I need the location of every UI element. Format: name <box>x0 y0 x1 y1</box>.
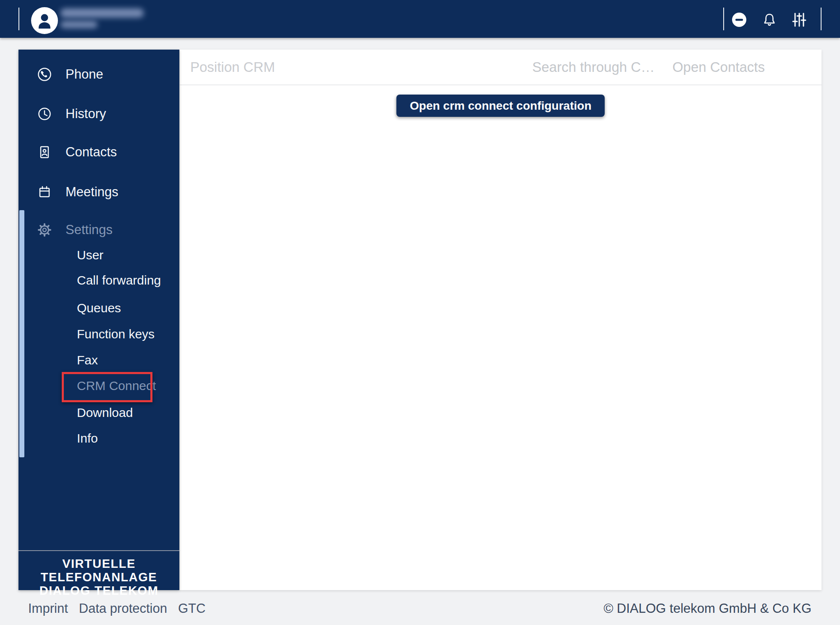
footer-link-gtc[interactable]: GTC <box>178 601 205 616</box>
sidebar-item-label: Meetings <box>66 185 118 200</box>
do-not-disturb-button[interactable] <box>729 10 749 30</box>
sidebar-brand-divider <box>18 550 179 551</box>
header-divider-icons-left <box>723 8 724 30</box>
sidebar-item-contacts[interactable]: Contacts <box>18 132 179 172</box>
sidebar-subitem-download[interactable]: Download <box>77 400 133 426</box>
header-divider-left <box>18 8 19 30</box>
copyright-text: © DIALOG telekom GmbH & Co KG <box>604 601 811 616</box>
search-contacts-label[interactable]: Search through C… <box>532 59 655 75</box>
history-clock-icon <box>35 105 54 123</box>
page-footer: Imprint Data protection GTC © DIALOG tel… <box>28 599 811 618</box>
sidebar-subitem-function-keys[interactable]: Function keys <box>77 321 155 347</box>
sidebar-item-meetings[interactable]: Meetings <box>18 172 179 212</box>
content-toolbar: Position CRM Search through C… Open Cont… <box>180 50 822 85</box>
open-contacts-label[interactable]: Open Contacts <box>672 59 765 75</box>
sidebar-subitem-fax[interactable]: Fax <box>77 347 98 373</box>
notification-bell-icon <box>760 11 779 29</box>
open-crm-configuration-button[interactable]: Open crm connect configuration <box>396 95 605 117</box>
footer-link-data-protection[interactable]: Data protection <box>79 601 167 616</box>
sidebar-subitem-crm-connect[interactable]: CRM Connect <box>77 373 156 399</box>
sidebar-scrollbar-thumb[interactable] <box>19 210 24 457</box>
sidebar-item-label: History <box>66 106 106 121</box>
footer-link-imprint[interactable]: Imprint <box>28 601 68 616</box>
user-name-blurred <box>60 8 144 18</box>
audio-settings-button[interactable] <box>789 10 809 30</box>
sidebar-navigation: Phone History Contacts <box>18 50 179 590</box>
sidebar-subitem-queues[interactable]: Queues <box>77 295 121 321</box>
top-header-bar <box>0 0 840 38</box>
sidebar-subitem-call-forwarding[interactable]: Call forwarding <box>77 267 161 293</box>
sidebar-item-history[interactable]: History <box>18 94 179 134</box>
app-window: Phone History Contacts <box>0 0 840 625</box>
main-content-panel: Position CRM Search through C… Open Cont… <box>180 50 822 590</box>
contacts-card-icon <box>35 143 54 161</box>
sidebar-item-phone[interactable]: Phone <box>18 55 179 94</box>
do-not-disturb-icon <box>730 11 748 29</box>
brand-line-1: VIRTUELLE TELEFONANLAGE <box>18 557 179 584</box>
gear-icon <box>35 221 54 239</box>
sidebar-item-label: Phone <box>66 67 103 82</box>
sidebar-item-label: Contacts <box>66 145 117 160</box>
person-icon <box>31 7 58 34</box>
user-menu[interactable] <box>24 3 159 35</box>
sliders-icon <box>790 11 808 29</box>
header-divider-right <box>821 8 822 30</box>
user-extension-blurred <box>60 21 97 28</box>
notifications-button[interactable] <box>759 10 780 30</box>
sidebar-item-label: Settings <box>66 222 113 237</box>
page-title: Position CRM <box>190 59 275 75</box>
avatar <box>31 7 58 34</box>
calendar-icon <box>35 183 54 201</box>
sidebar-subitem-user[interactable]: User <box>77 242 103 268</box>
sidebar-brand: VIRTUELLE TELEFONANLAGE DIALOG TELEKOM <box>18 557 179 597</box>
sidebar-subitem-info[interactable]: Info <box>77 425 98 451</box>
phone-icon <box>35 65 54 84</box>
brand-line-2: DIALOG TELEKOM <box>18 584 179 597</box>
